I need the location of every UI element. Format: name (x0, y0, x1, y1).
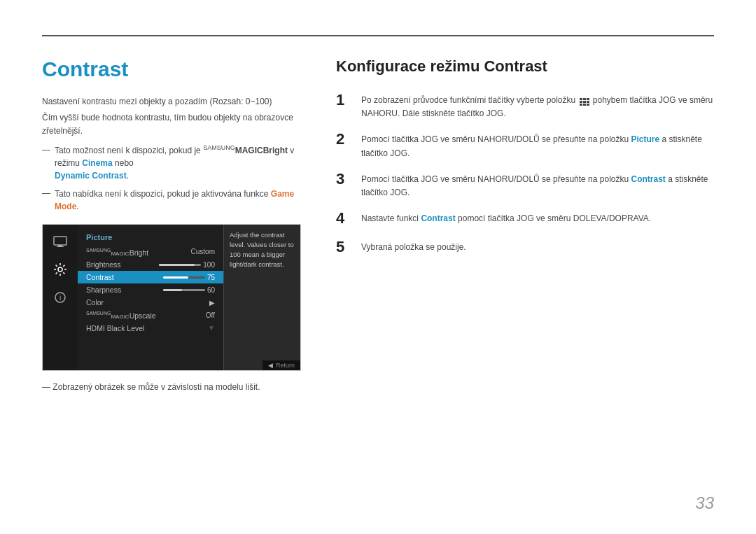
svg-rect-7 (583, 98, 586, 100)
left-column: Contrast Nastavení kontrastu mezi objekt… (42, 57, 308, 506)
svg-rect-13 (583, 104, 586, 106)
menu-item-magicupscale: SAMSUNGMAGICUpscale Off (78, 309, 223, 322)
step-2-text: Pomocí tlačítka JOG ve směru NAHORU/DOLŮ… (361, 130, 714, 160)
sidebar-icon-settings (50, 260, 70, 279)
top-divider (42, 35, 714, 36)
step-3: 3 Pomocí tlačítka JOG ve směru NAHORU/DO… (336, 170, 714, 199)
step-5-text: Vybraná položka se použije. (361, 238, 466, 254)
description-1: Nastavení kontrastu mezi objekty a pozad… (42, 95, 308, 108)
sidebar-icon-info: i (50, 288, 70, 307)
page-number: 33 (695, 493, 714, 513)
step-1-text: Po zobrazení průvodce funkčními tlačítky… (361, 91, 714, 120)
monitor-tooltip: Adjust the contrast level. Values closer… (223, 225, 300, 370)
monitor-menu: Picture SAMSUNGMAGICBright Custom Bright… (78, 225, 223, 370)
sidebar-icon-display (50, 232, 70, 251)
note-2: ― Tato nabídka není k dispozici, pokud j… (42, 188, 308, 213)
monitor-diagram: i Picture SAMSUNGMAGICBright Custom Brig… (42, 224, 301, 371)
step-4-text: Nastavte funkci Contrast pomocí tlačítka… (361, 209, 651, 225)
svg-point-3 (58, 267, 62, 272)
step-2-number: 2 (336, 130, 351, 148)
step-5: 5 Vybraná položka se použije. (336, 238, 714, 256)
monitor-sidebar: i (43, 225, 78, 370)
svg-rect-2 (57, 246, 64, 247)
step-1: 1 Po zobrazení průvodce funkčními tlačít… (336, 91, 714, 120)
menu-item-magicbright: SAMSUNGMAGICBright Custom (78, 246, 223, 259)
menu-section-title: Picture (78, 230, 223, 246)
note-1: ― Tato možnost není k dispozici, pokud j… (42, 144, 308, 182)
svg-rect-12 (580, 104, 582, 106)
step-2: 2 Pomocí tlačítka JOG ve směru NAHORU/DO… (336, 130, 714, 160)
menu-item-sharpness: Sharpness 60 (78, 283, 223, 296)
menu-item-contrast: Contrast 75 (78, 271, 223, 283)
note-2-dash: ― (42, 188, 50, 198)
svg-rect-9 (580, 101, 582, 103)
right-column: Konfigurace režimu Contrast 1 Po zobraze… (336, 57, 714, 506)
step-1-number: 1 (336, 91, 351, 109)
svg-rect-6 (580, 98, 582, 100)
menu-item-brightness: Brightness 100 (78, 258, 223, 271)
note-image: ― Zobrazený obrázek se může v závislosti… (42, 381, 308, 393)
svg-rect-11 (587, 101, 589, 103)
step-4: 4 Nastavte funkci Contrast pomocí tlačít… (336, 209, 714, 227)
section-title: Konfigurace režimu Contrast (336, 57, 714, 76)
svg-rect-10 (583, 101, 586, 103)
monitor-return: ◀ Return (262, 360, 300, 370)
svg-rect-1 (58, 245, 62, 246)
note-1-text: Tato možnost není k dispozici, pokud je … (55, 144, 308, 182)
steps-list: 1 Po zobrazení průvodce funkčními tlačít… (336, 91, 714, 256)
svg-rect-8 (587, 98, 589, 100)
menu-item-hdmi: HDMI Black Level ▼ (78, 322, 223, 335)
description-2: Čím vyšší bude hodnota kontrastu, tím bu… (42, 111, 308, 138)
menu-item-color: Color ▶ (78, 296, 223, 309)
step-5-number: 5 (336, 238, 351, 256)
note-2-text: Tato nabídka není k dispozici, pokud je … (55, 188, 308, 213)
step-4-number: 4 (336, 209, 351, 227)
svg-rect-0 (54, 237, 66, 245)
step-3-number: 3 (336, 170, 351, 188)
page-title: Contrast (42, 57, 308, 81)
grid-icon (580, 97, 589, 104)
step-3-text: Pomocí tlačítka JOG ve směru NAHORU/DOLŮ… (361, 170, 714, 199)
note-1-dash: ― (42, 145, 50, 155)
svg-rect-14 (587, 104, 589, 106)
note-image-text: ― Zobrazený obrázek se může v závislosti… (42, 381, 260, 393)
svg-text:i: i (59, 294, 61, 302)
